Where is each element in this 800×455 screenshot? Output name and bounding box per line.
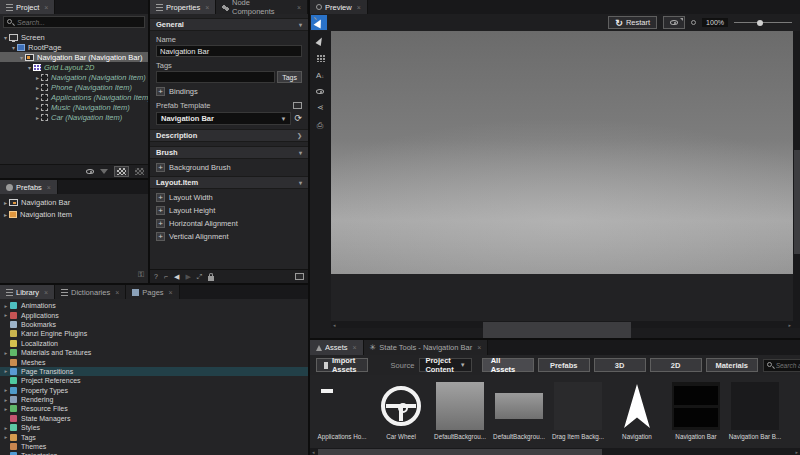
expanded-arrow-icon[interactable]: ▾ bbox=[26, 64, 33, 71]
add-binding-button[interactable]: + bbox=[156, 87, 165, 96]
collapsed-arrow-icon[interactable]: ▸ bbox=[2, 387, 10, 393]
expanded-arrow-icon[interactable]: ▾ bbox=[10, 44, 17, 51]
open-prefab-icon[interactable] bbox=[293, 102, 302, 109]
pin-icon[interactable]: ⌐ bbox=[164, 273, 168, 280]
asset-card[interactable]: Car Wheel bbox=[377, 382, 425, 447]
visibility-tool-icon[interactable] bbox=[316, 89, 324, 94]
close-icon[interactable]: × bbox=[297, 4, 301, 11]
asset-card[interactable]: Navigation Bar bbox=[672, 382, 720, 447]
divider[interactable] bbox=[0, 283, 308, 285]
library-item[interactable]: Localization bbox=[0, 339, 308, 348]
collapsed-arrow-icon[interactable]: ▸ bbox=[2, 199, 9, 206]
visibility-dropdown-button[interactable] bbox=[663, 16, 685, 29]
tab-preview[interactable]: Preview × bbox=[310, 0, 368, 14]
tree-node[interactable]: ▸Navigation (Navigation Item) bbox=[0, 72, 148, 82]
close-icon[interactable]: × bbox=[357, 4, 361, 11]
add-property-button[interactable]: + bbox=[156, 232, 165, 241]
collapsed-arrow-icon[interactable]: ▸ bbox=[2, 312, 10, 318]
text-tool-icon[interactable]: A↓ bbox=[316, 71, 324, 80]
asset-card[interactable]: Navigation bbox=[613, 382, 661, 447]
assets-search-input[interactable] bbox=[776, 362, 800, 369]
library-item[interactable]: Project References bbox=[0, 376, 308, 385]
filter-3d-button[interactable]: 3D bbox=[594, 358, 646, 372]
divider[interactable] bbox=[148, 0, 150, 283]
collapsed-arrow-icon[interactable]: ▸ bbox=[34, 104, 41, 111]
close-icon[interactable]: × bbox=[477, 344, 481, 351]
library-item[interactable]: ▸Applications bbox=[0, 310, 308, 319]
collapsed-arrow-icon[interactable]: ▸ bbox=[2, 425, 10, 431]
close-icon[interactable]: × bbox=[115, 289, 119, 296]
expand-icon[interactable]: ⤢ bbox=[197, 273, 203, 281]
tab-library[interactable]: Library × bbox=[0, 285, 55, 299]
divider[interactable] bbox=[310, 338, 800, 340]
refresh-icon[interactable]: ⟳ bbox=[294, 114, 302, 123]
back-icon[interactable]: ◀ bbox=[174, 273, 179, 281]
scroll-right-icon[interactable]: ▸ bbox=[795, 449, 798, 455]
prefab-item[interactable]: ▸Navigation Bar bbox=[0, 196, 148, 208]
collapsed-arrow-icon[interactable]: ▸ bbox=[34, 84, 41, 91]
grid-view-button[interactable] bbox=[114, 166, 129, 177]
add-property-button[interactable]: + bbox=[156, 206, 165, 215]
tab-assets[interactable]: Assets × bbox=[310, 340, 364, 355]
library-item[interactable]: ▸Property Types bbox=[0, 386, 308, 395]
library-item[interactable]: Bookmarks bbox=[0, 320, 308, 329]
collapsed-arrow-icon[interactable]: ▸ bbox=[2, 397, 10, 403]
visibility-icon[interactable] bbox=[86, 169, 94, 174]
tree-node[interactable]: ▸Applications (Navigation Item) bbox=[0, 92, 148, 102]
section-brush[interactable]: Brush ▾ bbox=[150, 146, 308, 159]
scroll-left-icon[interactable]: ◂ bbox=[312, 449, 315, 455]
tree-node[interactable]: ▸Phone (Navigation Item) bbox=[0, 82, 148, 92]
library-item[interactable]: ▸Trajectories bbox=[0, 451, 308, 455]
divider[interactable] bbox=[0, 178, 148, 180]
tab-dictionaries[interactable]: Dictionaries × bbox=[55, 285, 126, 299]
library-item[interactable]: ▸Tags bbox=[0, 432, 308, 441]
library-item[interactable]: ▸Rendering bbox=[0, 395, 308, 404]
collapsed-arrow-icon[interactable]: ▸ bbox=[34, 74, 41, 81]
library-item[interactable]: ▸Styles bbox=[0, 423, 308, 432]
project-search-input[interactable] bbox=[17, 19, 144, 26]
tab-project[interactable]: Project × bbox=[0, 0, 55, 14]
collapsed-arrow-icon[interactable]: ▸ bbox=[34, 94, 41, 101]
name-field[interactable] bbox=[156, 45, 302, 57]
filter-icon[interactable] bbox=[100, 169, 108, 174]
add-property-button[interactable]: + bbox=[156, 193, 165, 202]
library-item[interactable]: Meshes bbox=[0, 357, 308, 366]
collapsed-arrow-icon[interactable]: ▸ bbox=[2, 368, 10, 374]
divider[interactable] bbox=[308, 0, 310, 455]
library-item[interactable]: ▸Animations bbox=[0, 301, 308, 310]
collapsed-arrow-icon[interactable]: ▸ bbox=[2, 303, 10, 309]
close-icon[interactable]: × bbox=[205, 4, 209, 11]
close-icon[interactable]: × bbox=[169, 289, 173, 296]
add-background-brush-button[interactable]: + bbox=[156, 163, 165, 172]
preview-horizontal-scrollbar[interactable]: ◂ ▸ bbox=[331, 321, 793, 328]
collapsed-arrow-icon[interactable]: ▸ bbox=[34, 114, 41, 121]
tab-state-tools[interactable]: ✳ State Tools - Navigation Bar × bbox=[364, 340, 489, 355]
tree-node[interactable]: ▾RootPage bbox=[0, 42, 148, 52]
scroll-right-icon[interactable]: ▸ bbox=[788, 322, 791, 328]
zoom-slider-knob[interactable] bbox=[757, 20, 763, 26]
filter-materials-button[interactable]: Materials bbox=[706, 358, 758, 372]
tab-properties[interactable]: Properties × bbox=[150, 0, 216, 14]
preview-vertical-scrollbar[interactable] bbox=[793, 31, 800, 328]
prefab-item[interactable]: ▸Navigation Item bbox=[0, 208, 148, 220]
section-layout-item[interactable]: Layout.Item ▾ bbox=[150, 176, 308, 189]
collapsed-arrow-icon[interactable]: ▸ bbox=[2, 211, 9, 218]
display-icon[interactable] bbox=[295, 273, 304, 280]
expanded-arrow-icon[interactable]: ▾ bbox=[18, 54, 25, 61]
assets-horizontal-scrollbar[interactable]: ◂ ▸ bbox=[310, 448, 800, 455]
collapsed-arrow-icon[interactable]: ▸ bbox=[2, 406, 10, 412]
filter-2d-button[interactable]: 2D bbox=[650, 358, 702, 372]
asset-card[interactable]: Navigation Bar B... bbox=[731, 382, 779, 447]
tab-pages[interactable]: Pages × bbox=[126, 285, 179, 299]
prefab-settings-icon[interactable]: ⚿ bbox=[138, 270, 144, 280]
library-item[interactable]: Themes bbox=[0, 442, 308, 451]
library-item[interactable]: Kanzi Engine Plugins bbox=[0, 329, 308, 338]
tab-prefabs[interactable]: Prefabs × bbox=[0, 180, 58, 194]
scroll-left-icon[interactable]: ◂ bbox=[333, 322, 336, 328]
tree-node[interactable]: ▸Car (Navigation Item) bbox=[0, 112, 148, 122]
library-item[interactable]: ▸Materials and Textures bbox=[0, 348, 308, 357]
tree-node[interactable]: ▾Navigation Bar (Navigation Bar) bbox=[0, 52, 148, 62]
grid-tool-icon[interactable] bbox=[316, 54, 325, 62]
close-icon[interactable]: × bbox=[353, 344, 357, 351]
asset-card[interactable]: DefaultBackgrou... bbox=[436, 382, 484, 447]
